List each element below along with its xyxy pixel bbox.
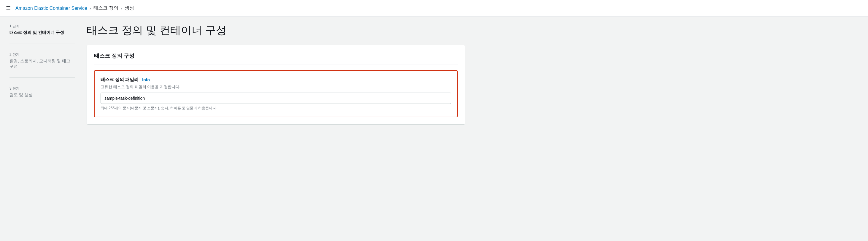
breadcrumb-separator-2: › (121, 6, 122, 11)
main-content: 태스크 정의 및 컨테이너 구성 태스크 정의 구성 태스크 정의 패밀리 In… (87, 24, 465, 125)
field-hint: 최대 255개의 문자(대문자 및 소문자), 숫자, 하이픈 및 밑줄이 허용… (100, 106, 451, 111)
step-2-number: 2 단계 (9, 52, 75, 57)
breadcrumb-step1: 태스크 정의 (93, 5, 118, 11)
sidebar-step-2: 2 단계 환경, 스토리지, 모니터링 및 태그 구성 (9, 52, 75, 78)
breadcrumb-step2: 생성 (125, 5, 134, 11)
task-definition-card: 태스크 정의 구성 태스크 정의 패밀리 Info 고유한 태스크 정의 패밀리… (87, 45, 465, 125)
card-title: 태스크 정의 구성 (94, 52, 458, 64)
step-3-number: 3 단계 (9, 86, 75, 91)
task-family-section: 태스크 정의 패밀리 Info 고유한 태스크 정의 패밀리 이름을 지정합니다… (94, 70, 458, 117)
task-family-input[interactable] (100, 93, 451, 104)
page-title: 태스크 정의 및 컨테이너 구성 (87, 24, 465, 36)
step-2-title: 환경, 스토리지, 모니터링 및 태그 구성 (9, 58, 75, 69)
sidebar: 1 단계 태스크 정의 및 컨테이너 구성 2 단계 환경, 스토리지, 모니터… (9, 24, 75, 125)
breadcrumb-separator-1: › (90, 6, 91, 11)
hamburger-icon[interactable]: ☰ (6, 5, 11, 11)
breadcrumb-service-link[interactable]: Amazon Elastic Container Service (16, 6, 87, 11)
breadcrumb: Amazon Elastic Container Service › 태스크 정… (16, 5, 134, 11)
sidebar-step-1: 1 단계 태스크 정의 및 컨테이너 구성 (9, 24, 75, 44)
sidebar-step-3: 3 단계 검토 및 생성 (9, 86, 75, 106)
info-link[interactable]: Info (142, 78, 150, 82)
step-1-number: 1 단계 (9, 24, 75, 29)
field-description: 고유한 태스크 정의 패밀리 이름을 지정합니다. (100, 84, 451, 90)
step-1-title: 태스크 정의 및 컨테이너 구성 (9, 30, 75, 35)
field-label: 태스크 정의 패밀리 (100, 77, 138, 83)
field-header: 태스크 정의 패밀리 Info (100, 77, 451, 83)
top-nav: ☰ Amazon Elastic Container Service › 태스크… (0, 0, 868, 17)
page-layout: 1 단계 태스크 정의 및 컨테이너 구성 2 단계 환경, 스토리지, 모니터… (0, 17, 475, 132)
step-3-title: 검토 및 생성 (9, 92, 75, 98)
